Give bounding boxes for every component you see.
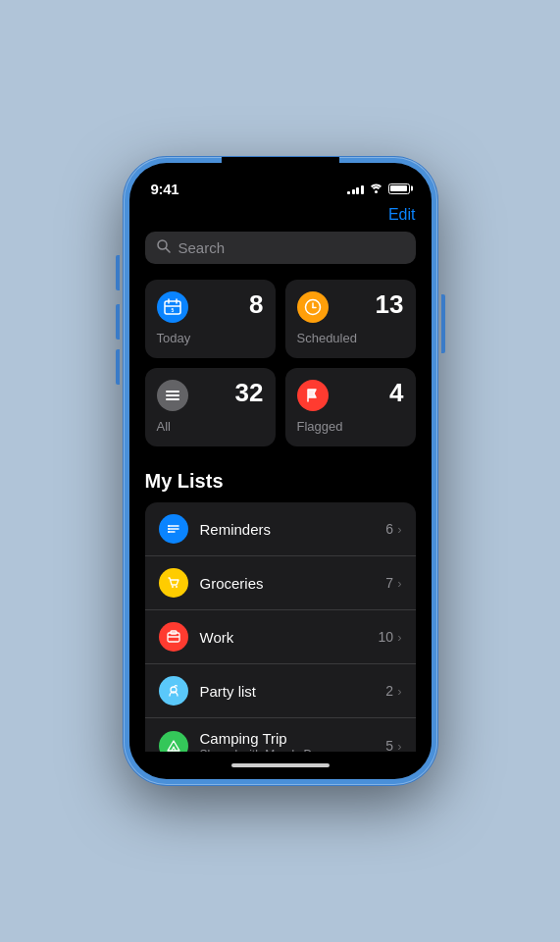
groceries-count: 7	[385, 575, 393, 591]
svg-rect-12	[166, 394, 179, 396]
scheduled-count: 13	[376, 291, 404, 317]
today-icon: 5	[157, 291, 188, 323]
reminders-count: 6	[385, 521, 393, 537]
camping-meta: 5 ›	[385, 738, 401, 752]
groceries-name: Groceries	[200, 575, 386, 592]
signal-icon	[347, 183, 364, 194]
reminders-chevron: ›	[397, 522, 401, 537]
phone-frame: 9:41	[124, 157, 437, 785]
list-item-party[interactable]: Party list 2 ›	[145, 664, 416, 718]
svg-point-0	[375, 190, 378, 193]
groceries-icon	[159, 568, 188, 598]
all-count: 32	[235, 380, 264, 405]
reminders-name: Reminders	[200, 521, 386, 538]
all-icon	[157, 380, 188, 411]
today-label: Today	[157, 331, 264, 345]
scheduled-label: Scheduled	[297, 331, 404, 345]
today-card[interactable]: 5 8 Today	[145, 280, 276, 358]
flagged-icon	[297, 380, 329, 411]
party-meta: 2 ›	[385, 683, 401, 699]
camping-icon	[159, 731, 188, 752]
work-info: Work	[200, 629, 379, 646]
list-item-work[interactable]: Work 10 ›	[145, 610, 416, 664]
flagged-label: Flagged	[297, 419, 404, 434]
flagged-card[interactable]: 4 Flagged	[285, 368, 416, 446]
work-name: Work	[200, 629, 379, 646]
svg-text:5: 5	[171, 307, 174, 313]
svg-rect-13	[166, 398, 179, 400]
party-name: Party list	[200, 683, 386, 700]
svg-point-19	[168, 531, 170, 533]
reminders-meta: 6 ›	[385, 521, 401, 537]
smart-lists-grid: 5 8 Today	[145, 280, 416, 446]
notch	[222, 157, 339, 181]
work-meta: 10 ›	[379, 629, 402, 645]
my-lists-container: Reminders 6 ›	[145, 502, 416, 752]
main-content[interactable]: Edit Search	[129, 202, 432, 752]
groceries-meta: 7 ›	[385, 575, 401, 591]
all-label: All	[157, 419, 264, 434]
search-placeholder: Search	[178, 239, 226, 256]
groceries-chevron: ›	[397, 576, 401, 591]
camping-info: Camping Trip Shared with Mandy Dempsey	[200, 730, 386, 752]
scheduled-icon	[297, 291, 329, 323]
work-chevron: ›	[397, 630, 401, 645]
party-count: 2	[385, 683, 393, 699]
camping-name: Camping Trip	[200, 730, 386, 747]
party-icon	[159, 676, 188, 706]
status-icons	[347, 182, 410, 196]
list-item-groceries[interactable]: Groceries 7 ›	[145, 556, 416, 610]
header-row: Edit	[145, 202, 416, 232]
battery-icon	[388, 183, 410, 194]
search-icon	[157, 239, 171, 256]
svg-point-21	[176, 586, 178, 588]
home-bar	[231, 763, 330, 767]
flagged-count: 4	[389, 380, 403, 405]
phone-screen: 9:41	[129, 163, 432, 779]
work-icon	[159, 622, 188, 652]
today-count: 8	[249, 291, 263, 317]
camping-count: 5	[385, 738, 393, 752]
party-chevron: ›	[397, 684, 401, 699]
all-card[interactable]: 32 All	[145, 368, 276, 446]
status-time: 9:41	[151, 181, 179, 197]
home-indicator	[129, 752, 432, 779]
svg-point-17	[168, 525, 170, 527]
svg-point-20	[172, 586, 174, 588]
wifi-icon	[369, 182, 383, 196]
svg-line-2	[166, 248, 170, 252]
scheduled-card[interactable]: 13 Scheduled	[285, 280, 416, 358]
reminders-info: Reminders	[200, 521, 386, 538]
svg-rect-11	[166, 391, 179, 392]
reminders-icon	[159, 514, 188, 544]
party-info: Party list	[200, 683, 386, 700]
edit-button[interactable]: Edit	[388, 206, 416, 224]
list-item-reminders[interactable]: Reminders 6 ›	[145, 502, 416, 556]
camping-chevron: ›	[397, 739, 401, 753]
svg-point-18	[168, 528, 170, 530]
groceries-info: Groceries	[200, 575, 386, 592]
list-item-camping[interactable]: Camping Trip Shared with Mandy Dempsey 5…	[145, 718, 416, 752]
my-lists-title: My Lists	[145, 470, 416, 493]
work-count: 10	[379, 629, 394, 645]
search-bar[interactable]: Search	[145, 232, 416, 264]
